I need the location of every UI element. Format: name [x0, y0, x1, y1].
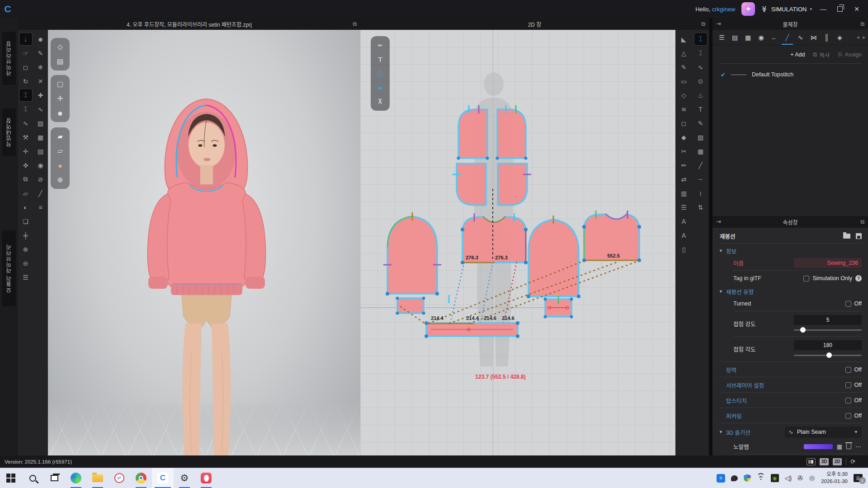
- assign-button[interactable]: ⎘ Assign: [838, 52, 862, 58]
- style-line-tool[interactable]: A: [678, 229, 690, 241]
- menu-item[interactable]: [98, 5, 109, 12]
- tab-library-window[interactable]: 라이브러리창: [2, 32, 16, 85]
- puckering-2d-tool[interactable]: ≀: [694, 187, 707, 199]
- polygon-pattern-tool[interactable]: ◇: [678, 89, 690, 101]
- device-tray-icon[interactable]: ✇: [797, 474, 803, 482]
- tack-brush-tool[interactable]: ✚: [34, 89, 47, 101]
- pin-tab[interactable]: ←: [768, 31, 781, 44]
- defender-shield-icon[interactable]: [744, 474, 751, 482]
- info-overlay-toggle[interactable]: ⓘ: [374, 67, 387, 80]
- stitch-view-tool[interactable]: ╱: [34, 187, 47, 199]
- garment-mesh-view[interactable]: ▤: [53, 55, 67, 68]
- globe-map-view[interactable]: ⊕: [53, 174, 67, 186]
- detect-sew-2d-tool[interactable]: ⊙: [694, 75, 707, 87]
- view-2d-button[interactable]: 2D: [833, 458, 842, 465]
- button-place-tool[interactable]: ◉: [34, 159, 47, 171]
- grain-line-2d-tool[interactable]: ⇅: [694, 201, 707, 213]
- dart-tool[interactable]: ◆: [678, 131, 690, 143]
- topstitch-2d-tool[interactable]: ╱: [694, 159, 707, 171]
- viewport-2d[interactable]: 276.3 276.3 552.5 214.4 214.4 214.6 214.…: [360, 30, 675, 455]
- menu-item[interactable]: [156, 5, 168, 12]
- tab-history-window[interactable]: 작업내역창: [2, 108, 16, 156]
- menu-item[interactable]: [86, 5, 98, 12]
- skin-offset-view[interactable]: ●: [53, 159, 67, 172]
- add-button[interactable]: + Add: [790, 52, 805, 58]
- taskbar-chrome[interactable]: [130, 468, 152, 488]
- zipper-tab[interactable]: ║: [820, 31, 833, 44]
- menu-item[interactable]: [109, 5, 121, 12]
- avatar-display-view[interactable]: ☻: [53, 107, 67, 119]
- fit-map-tool[interactable]: ▤: [34, 145, 47, 157]
- segment-sew-2d-tool[interactable]: ⌶: [694, 33, 707, 45]
- turned-checkbox[interactable]: [845, 301, 851, 307]
- seam3d-group-header[interactable]: 3D 솔기선: [726, 428, 750, 436]
- text-tool[interactable]: A: [678, 215, 690, 227]
- steam-iron-tool[interactable]: ♨: [694, 89, 707, 101]
- puckering-checkbox[interactable]: [845, 413, 851, 419]
- scene-list-tab[interactable]: ☰: [715, 31, 728, 44]
- render-tool[interactable]: ◐: [19, 201, 32, 213]
- menu-item[interactable]: [15, 5, 27, 12]
- free-sew-2d-tool[interactable]: ⌶: [694, 47, 707, 59]
- buttonhole-tool[interactable]: ⊖: [19, 257, 32, 269]
- render-style-cube-view[interactable]: ◇: [53, 41, 67, 53]
- button-tab[interactable]: ◉: [755, 31, 768, 44]
- menu-item[interactable]: [145, 5, 156, 12]
- avatar-3d[interactable]: [123, 73, 285, 455]
- fabric-view-2d-toggle[interactable]: ▰: [374, 81, 387, 94]
- menu-item[interactable]: [39, 5, 51, 12]
- username-link[interactable]: crkginew: [712, 6, 735, 13]
- gltf-checkbox[interactable]: [803, 276, 809, 282]
- dock-arrow-icon[interactable]: ⇥: [716, 218, 721, 225]
- taskbar-clock[interactable]: 오후 5:30 2026-01-30: [821, 471, 848, 485]
- tension-checkbox[interactable]: [845, 367, 851, 373]
- show-garment-2d-toggle[interactable]: T: [374, 53, 387, 66]
- float-window-icon[interactable]: ⧉: [860, 21, 864, 27]
- free-sew-tool[interactable]: ⌶: [19, 103, 32, 115]
- gravity-tool[interactable]: ↓: [19, 33, 32, 45]
- restore-button[interactable]: [837, 6, 843, 12]
- measure-tool[interactable]: ☰: [19, 271, 32, 283]
- taskbar-snipping[interactable]: ✂: [108, 468, 130, 488]
- show-garment-view[interactable]: ▢: [53, 78, 67, 90]
- search-button[interactable]: [22, 468, 43, 488]
- fabric-view[interactable]: ▰: [53, 130, 67, 143]
- ai-assistant-button[interactable]: ✦: [741, 2, 755, 16]
- topstitch-list-item[interactable]: ✔ Default Topstitch: [712, 68, 868, 81]
- avatar-pose-tool[interactable]: ☻: [34, 33, 47, 45]
- sew-on-avatar-tool[interactable]: ⚒: [19, 131, 32, 143]
- menu-item[interactable]: [27, 5, 39, 12]
- taskbar-red-app[interactable]: [195, 468, 217, 488]
- check-pattern-2d-tool[interactable]: ▦: [694, 145, 707, 157]
- menu-item[interactable]: [62, 5, 74, 12]
- wifi-icon[interactable]: [757, 475, 765, 481]
- garment-fit-2d-toggle[interactable]: T: [694, 103, 707, 115]
- seam-type-dropdown[interactable]: ∿ Plain Seam ▼: [785, 427, 862, 438]
- binding-tool[interactable]: ▯: [678, 243, 690, 255]
- pattern-pieces[interactable]: [387, 109, 639, 336]
- taskbar-explorer[interactable]: [87, 468, 108, 488]
- split-view-button[interactable]: [807, 458, 816, 465]
- name-field[interactable]: Sewing_236: [794, 258, 862, 268]
- box-select-tool[interactable]: ◻: [678, 117, 690, 129]
- minimize-button[interactable]: —: [818, 5, 828, 13]
- fold-angle-slider[interactable]: [794, 352, 862, 358]
- crop-tool-tray-icon[interactable]: ⌗: [717, 474, 725, 483]
- viewport-3d[interactable]: ◇▤ ▢✛☻ ▰▱●⊕: [48, 30, 360, 455]
- taskbar-settings[interactable]: ⚙: [174, 468, 195, 488]
- float-window-icon[interactable]: ⧉: [353, 21, 357, 27]
- solidify-brush-tool[interactable]: ✎: [34, 47, 47, 59]
- button-tool[interactable]: ⊕: [19, 243, 32, 255]
- taskbar-edge[interactable]: [65, 468, 87, 488]
- float-window-icon[interactable]: ⧉: [701, 21, 705, 27]
- cut-sew-tool[interactable]: ✂: [678, 145, 690, 157]
- simulation-mode-selector[interactable]: ≫ SIMULATION ▾: [761, 5, 812, 13]
- panel-divider[interactable]: [709, 18, 710, 455]
- pin-tool[interactable]: ✛: [19, 145, 32, 157]
- seam-tape-tool[interactable]: ⊘: [34, 173, 47, 185]
- measure-list-tool[interactable]: ☰: [678, 201, 690, 213]
- shirring-tool[interactable]: ≋: [678, 103, 690, 115]
- fabric-tab[interactable]: ▤: [728, 31, 741, 44]
- grading-tool[interactable]: ▥: [678, 187, 690, 199]
- menu-item[interactable]: [74, 5, 86, 12]
